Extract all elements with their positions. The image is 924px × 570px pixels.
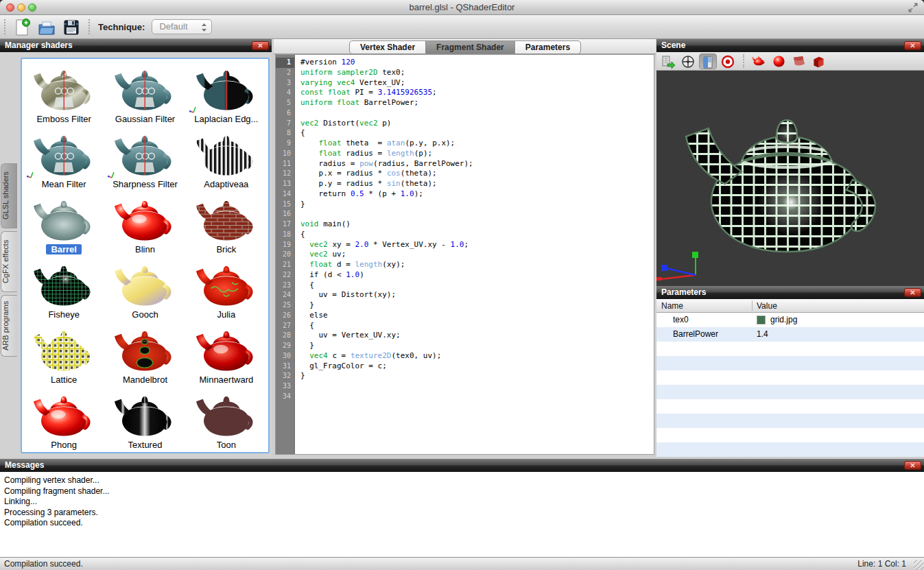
line-number: 3 bbox=[276, 78, 294, 88]
primitive-cube-button[interactable] bbox=[809, 54, 827, 69]
mini-axes-icon bbox=[107, 170, 116, 179]
export-icon bbox=[661, 55, 675, 69]
parameter-value: 1.4 bbox=[757, 327, 768, 342]
code-line: vec2 Distort(vec2 p) bbox=[296, 119, 654, 129]
code-editor[interactable]: 1234567891011121314151617181920212223242… bbox=[275, 54, 654, 455]
parameters-column-header[interactable]: Name Value bbox=[656, 299, 924, 313]
teapot-preview-icon bbox=[29, 130, 98, 178]
tab-parameters[interactable]: Parameters bbox=[514, 40, 581, 54]
parameter-row-empty bbox=[656, 342, 924, 356]
teapot-preview-icon bbox=[192, 391, 261, 439]
manager-tab-arb-programs[interactable]: ARB programs bbox=[1, 295, 17, 357]
line-number: 5 bbox=[276, 98, 294, 108]
shader-thumbnail-phong[interactable]: Phong bbox=[23, 386, 104, 451]
toolbar-drag-handle[interactable] bbox=[4, 19, 7, 34]
teapot-preview-icon bbox=[110, 391, 179, 439]
messages-panel: Messages ✕ Compiling vertex shader... Co… bbox=[0, 459, 924, 557]
texture-page-icon bbox=[701, 56, 715, 69]
manager-tab-label: ARB programs bbox=[1, 296, 17, 356]
teapot-preview-icon bbox=[110, 261, 179, 309]
shader-thumbnail-toon[interactable]: Toon bbox=[186, 386, 267, 451]
line-number: 15 bbox=[276, 200, 294, 210]
shader-thumbnail-blinn[interactable]: Blinn bbox=[104, 191, 185, 256]
title-bar: barrel.glsl - QShaderEditor bbox=[0, 0, 924, 15]
shader-thumbnail-textured[interactable]: Textured bbox=[104, 386, 185, 451]
technique-dropdown[interactable]: Default bbox=[152, 19, 212, 34]
status-message: Compilation succeed. bbox=[4, 559, 83, 569]
parameters-close-icon[interactable]: ✕ bbox=[904, 288, 921, 297]
scene-viewport[interactable] bbox=[656, 71, 924, 286]
code-line: float radius = length(p); bbox=[296, 149, 654, 159]
save-file-button[interactable] bbox=[61, 17, 82, 36]
shader-thumbnail-barrel[interactable]: Barrel bbox=[23, 191, 104, 256]
shader-thumbnail-laplacian-edg[interactable]: Laplacian Edg... bbox=[186, 60, 267, 126]
manager-tab-glsl-shaders[interactable]: GLSL shaders bbox=[1, 163, 17, 228]
primitive-teapot-button[interactable] bbox=[750, 54, 768, 69]
manager-tab-label: GLSL shaders bbox=[1, 164, 17, 228]
manager-close-icon[interactable]: ✕ bbox=[252, 41, 269, 50]
shader-label: Gooch bbox=[132, 309, 158, 320]
column-divider[interactable] bbox=[752, 300, 753, 311]
open-file-button[interactable] bbox=[36, 17, 57, 36]
shader-thumbnail-gooch[interactable]: Gooch bbox=[104, 256, 185, 321]
parameter-row-empty bbox=[656, 442, 924, 457]
code-line bbox=[296, 381, 654, 392]
manager-tab-cgfx-effects[interactable]: CgFX effects bbox=[1, 231, 17, 292]
code-line: return 0.5 * (p + 1.0); bbox=[296, 189, 654, 200]
shader-label: Mean Filter bbox=[42, 179, 86, 189]
texture-view-button[interactable] bbox=[699, 54, 717, 69]
shader-thumbnail-fisheye[interactable]: Fisheye bbox=[23, 256, 104, 321]
messages-close-icon[interactable]: ✕ bbox=[904, 461, 921, 470]
code-line: const float PI = 3.1415926535; bbox=[296, 88, 654, 98]
target-view-button[interactable] bbox=[719, 54, 737, 69]
line-number: 6 bbox=[276, 108, 294, 119]
code-line: if (d < 1.0) bbox=[296, 270, 654, 281]
code-line: vec2 uv; bbox=[296, 250, 654, 260]
new-file-button[interactable] bbox=[12, 17, 32, 36]
primitive-plane-button[interactable] bbox=[790, 54, 807, 69]
tab-fragment-shader[interactable]: Fragment Shader bbox=[425, 40, 515, 54]
shader-thumbnail-gaussian-filter[interactable]: Gaussian Filter bbox=[104, 60, 185, 126]
shader-thumbnail-adaptiveaa[interactable]: Adaptiveaa bbox=[186, 126, 267, 191]
teapot-preview-icon bbox=[192, 261, 261, 309]
shader-label: Lattice bbox=[51, 375, 77, 385]
parameter-row[interactable]: BarrelPower 1.4 bbox=[656, 327, 924, 342]
shader-thumbnail-julia[interactable]: Julia bbox=[186, 256, 267, 321]
shader-thumbnail-sharpness-filter[interactable]: Sharpness Filter bbox=[104, 126, 185, 191]
teapot-preview-icon bbox=[110, 65, 179, 113]
parameter-name: tex0 bbox=[673, 313, 689, 327]
tab-vertex-shader[interactable]: Vertex Shader bbox=[349, 40, 426, 54]
line-numbers: 1234567891011121314151617181920212223242… bbox=[276, 55, 295, 454]
code-line: p.x = radius * cos(theta); bbox=[296, 169, 654, 179]
shader-thumbnail-minnaertward[interactable]: Minnaertward bbox=[186, 321, 267, 386]
scene-panel: Scene ✕ bbox=[656, 39, 924, 286]
technique-value: Default bbox=[159, 21, 187, 32]
shader-thumbnail-brick[interactable]: Brick bbox=[186, 191, 267, 256]
axes-gizmo-icon bbox=[656, 249, 702, 281]
fullscreen-icon[interactable] bbox=[908, 2, 919, 13]
teapot-preview-icon bbox=[192, 130, 261, 178]
toolbar-separator bbox=[88, 19, 91, 34]
teapot-preview-icon bbox=[192, 65, 261, 113]
shader-thumbnail-lattice[interactable]: Lattice bbox=[23, 321, 104, 386]
pan-view-button[interactable] bbox=[679, 54, 697, 69]
resize-grip[interactable] bbox=[914, 560, 924, 570]
shader-label: Fisheye bbox=[48, 309, 80, 320]
shader-thumbnail-emboss-filter[interactable]: Emboss Filter bbox=[23, 60, 104, 126]
export-scene-button[interactable] bbox=[659, 54, 677, 69]
line-number: 20 bbox=[276, 250, 294, 260]
shader-label: Emboss Filter bbox=[36, 114, 91, 124]
primitive-sphere-button[interactable] bbox=[770, 54, 787, 69]
shader-thumbnail-mandelbrot[interactable]: Mandelbrot bbox=[104, 321, 185, 386]
code-line: { bbox=[296, 230, 654, 240]
code-line: uniform float BarrelPower; bbox=[296, 98, 654, 108]
shader-list[interactable]: Emboss FilterGaussian FilterLaplacian Ed… bbox=[21, 58, 270, 453]
message-line: Compilation succeed. bbox=[4, 518, 924, 529]
parameter-row[interactable]: tex0 grid.jpg bbox=[656, 313, 924, 327]
shader-thumbnail-mean-filter[interactable]: Mean Filter bbox=[23, 126, 104, 191]
main-toolbar: Technique: Default bbox=[0, 15, 924, 39]
scene-close-icon[interactable]: ✕ bbox=[904, 41, 921, 50]
shader-label: Textured bbox=[128, 440, 163, 450]
code-line: vec2 xy = 2.0 * Vertex_UV.xy - 1.0; bbox=[296, 240, 654, 250]
line-number: 29 bbox=[276, 341, 294, 351]
